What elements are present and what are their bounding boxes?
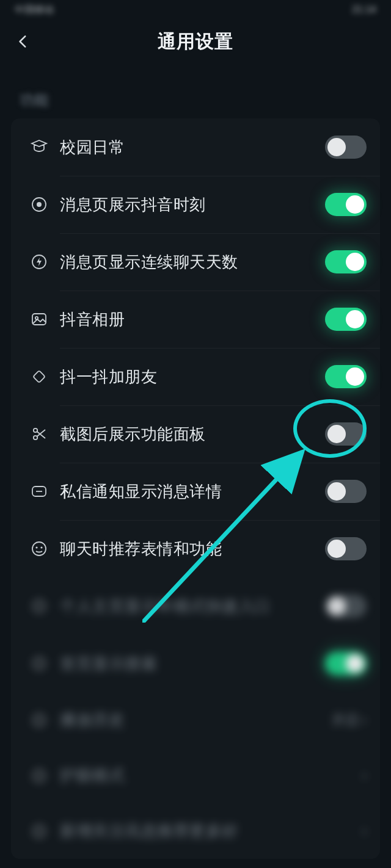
svg-point-11 bbox=[35, 546, 37, 548]
row-value: 开启 bbox=[332, 711, 359, 729]
svg-point-13 bbox=[34, 601, 45, 612]
toggle-switch[interactable] bbox=[325, 136, 367, 159]
back-button[interactable] bbox=[9, 27, 38, 56]
header: 通用设置 bbox=[0, 20, 391, 63]
row-label: 个人主页显示年模式快捷入口 bbox=[60, 596, 325, 617]
row-label: 首页显示搜索 bbox=[60, 653, 325, 675]
face-icon bbox=[18, 540, 60, 558]
toggle-switch[interactable] bbox=[325, 308, 367, 331]
row-label: 抖音相册 bbox=[60, 309, 325, 330]
svg-rect-3 bbox=[32, 314, 46, 325]
blur-icon bbox=[18, 711, 60, 729]
settings-row-blurred: 首页显示搜索 bbox=[11, 635, 380, 692]
toggle-switch[interactable] bbox=[325, 537, 367, 560]
status-right: 21:14 bbox=[352, 4, 376, 15]
status-left: 中国移动 bbox=[15, 4, 54, 16]
svg-point-6 bbox=[34, 429, 37, 432]
settings-row-blurred: 播放历史开启› bbox=[11, 692, 380, 748]
row-label: 护眼模式 bbox=[60, 765, 359, 786]
settings-row-blurred: 护眼模式› bbox=[11, 748, 380, 803]
settings-row: 校园日常 bbox=[11, 118, 380, 176]
row-label: 抖一抖加朋友 bbox=[60, 366, 325, 388]
toggle-switch[interactable] bbox=[325, 365, 367, 388]
page-title: 通用设置 bbox=[158, 29, 233, 54]
chevron-right-icon: › bbox=[362, 823, 367, 839]
svg-point-10 bbox=[32, 542, 46, 555]
settings-row: 聊天时推荐表情和功能 bbox=[11, 520, 380, 577]
svg-rect-5 bbox=[33, 371, 45, 383]
blur-icon bbox=[18, 822, 60, 841]
toggle-switch[interactable] bbox=[325, 480, 367, 503]
settings-row-blurred: 个人主页显示年模式快捷入口 bbox=[11, 577, 380, 635]
row-label: 私信通知显示消息详情 bbox=[60, 481, 325, 502]
scissors-icon bbox=[18, 425, 60, 443]
svg-point-14 bbox=[34, 658, 45, 669]
settings-row: 抖音相册 bbox=[11, 291, 380, 348]
message-icon bbox=[18, 482, 60, 501]
shake-icon bbox=[18, 367, 60, 386]
settings-row: 消息页展示抖音时刻 bbox=[11, 176, 380, 233]
blur-icon bbox=[18, 597, 60, 615]
row-label: 截图后展示功能面板 bbox=[60, 424, 325, 445]
settings-row: 抖一抖加朋友 bbox=[11, 348, 380, 405]
row-label: 消息页展示抖音时刻 bbox=[60, 194, 325, 215]
chevron-right-icon: › bbox=[362, 712, 367, 728]
settings-card: 校园日常消息页展示抖音时刻消息页显示连续聊天天数抖音相册抖一抖加朋友截图后展示功… bbox=[11, 118, 380, 859]
svg-point-16 bbox=[34, 770, 45, 781]
row-label: 新增关注讯息推荐更多好 bbox=[60, 820, 359, 842]
bolt-circle-icon bbox=[18, 253, 60, 271]
svg-point-17 bbox=[34, 826, 45, 837]
blur-icon bbox=[18, 767, 60, 785]
row-label: 消息页显示连续聊天天数 bbox=[60, 251, 325, 273]
chevron-left-icon bbox=[15, 34, 31, 49]
settings-row: 截图后展示功能面板 bbox=[11, 405, 380, 463]
row-label: 播放历史 bbox=[60, 709, 332, 731]
settings-row: 消息页显示连续聊天天数 bbox=[11, 233, 380, 291]
section-header: 功能 bbox=[0, 63, 391, 118]
svg-point-1 bbox=[37, 202, 42, 207]
toggle-switch[interactable] bbox=[325, 193, 367, 216]
chevron-right-icon: › bbox=[362, 768, 367, 784]
toggle-switch[interactable] bbox=[325, 250, 367, 273]
settings-row: 私信通知显示消息详情 bbox=[11, 463, 380, 520]
row-label: 聊天时推荐表情和功能 bbox=[60, 538, 325, 560]
toggle-switch[interactable] bbox=[325, 595, 367, 618]
toggle-switch[interactable] bbox=[325, 652, 367, 675]
target-icon bbox=[18, 195, 60, 214]
toggle-switch[interactable] bbox=[325, 422, 367, 446]
graduation-cap-icon bbox=[18, 138, 60, 156]
svg-point-12 bbox=[40, 546, 42, 548]
svg-point-7 bbox=[34, 436, 37, 439]
blur-icon bbox=[18, 654, 60, 673]
row-label: 校园日常 bbox=[60, 137, 325, 158]
photo-icon bbox=[18, 310, 60, 328]
status-bar: 中国移动 21:14 bbox=[0, 0, 391, 20]
svg-point-15 bbox=[34, 715, 45, 726]
settings-row-blurred: 新增关注讯息推荐更多好› bbox=[11, 803, 380, 859]
